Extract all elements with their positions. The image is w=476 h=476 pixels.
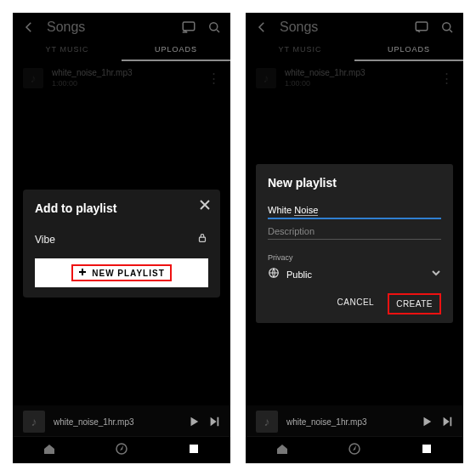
- name-value-prefix: White: [268, 205, 294, 215]
- create-button[interactable]: CREATE: [388, 293, 441, 314]
- bottom-nav: [13, 436, 230, 463]
- new-playlist-dialog: New playlist White Noise Description Pri…: [256, 164, 453, 323]
- mini-player[interactable]: ♪ white_noise_1hr.mp3: [13, 405, 230, 438]
- plus-icon: [78, 268, 87, 278]
- privacy-selector[interactable]: Public: [268, 267, 441, 281]
- privacy-value: Public: [286, 269, 424, 280]
- bottom-nav: [246, 436, 463, 463]
- close-icon[interactable]: [198, 198, 212, 214]
- new-playlist-label: NEW PLAYLIST: [92, 269, 165, 278]
- new-playlist-button[interactable]: NEW PLAYLIST: [35, 258, 208, 287]
- add-to-playlist-sheet: Add to playlist Vibe NEW PLAYLIST: [23, 190, 220, 298]
- play-icon[interactable]: [188, 416, 200, 428]
- mini-player[interactable]: ♪ white_noise_1hr.mp3: [246, 405, 463, 438]
- sheet-title: Add to playlist: [35, 201, 208, 215]
- svg-rect-2: [200, 237, 206, 241]
- dialog-actions: CANCEL CREATE: [268, 293, 441, 314]
- library-icon[interactable]: [187, 442, 201, 458]
- mini-thumbnail: ♪: [23, 411, 45, 433]
- dialog-title: New playlist: [268, 176, 441, 190]
- svg-rect-9: [422, 445, 431, 453]
- svg-rect-4: [190, 445, 198, 453]
- globe-icon: [268, 267, 280, 281]
- chevron-down-icon: [431, 268, 441, 280]
- cancel-button[interactable]: CANCEL: [331, 293, 382, 314]
- description-field[interactable]: Description: [268, 223, 441, 243]
- mini-title: white_noise_1hr.mp3: [54, 417, 179, 427]
- explore-icon[interactable]: [115, 442, 128, 458]
- existing-playlist-row[interactable]: Vibe: [35, 227, 208, 257]
- library-icon[interactable]: [420, 442, 434, 458]
- play-icon[interactable]: [421, 416, 433, 428]
- mini-title: white_noise_1hr.mp3: [286, 417, 412, 427]
- home-icon[interactable]: [42, 442, 56, 458]
- home-icon[interactable]: [275, 442, 289, 458]
- playlist-name: Vibe: [35, 234, 55, 246]
- privacy-label: Privacy: [268, 253, 441, 262]
- explore-icon[interactable]: [348, 442, 361, 458]
- next-icon[interactable]: [441, 416, 453, 428]
- playlist-name-field[interactable]: White Noise: [268, 201, 441, 223]
- right-screenshot: Songs YT MUSIC UPLOADS ♪ white_noise_1hr…: [246, 13, 463, 463]
- lock-icon: [196, 232, 208, 246]
- mini-thumbnail: ♪: [256, 411, 278, 433]
- left-screenshot: Songs YT MUSIC UPLOADS ♪ white_noise_1hr…: [13, 13, 230, 463]
- next-icon[interactable]: [208, 416, 220, 428]
- name-value-underlined: Noise: [294, 205, 318, 216]
- description-placeholder: Description: [268, 226, 314, 236]
